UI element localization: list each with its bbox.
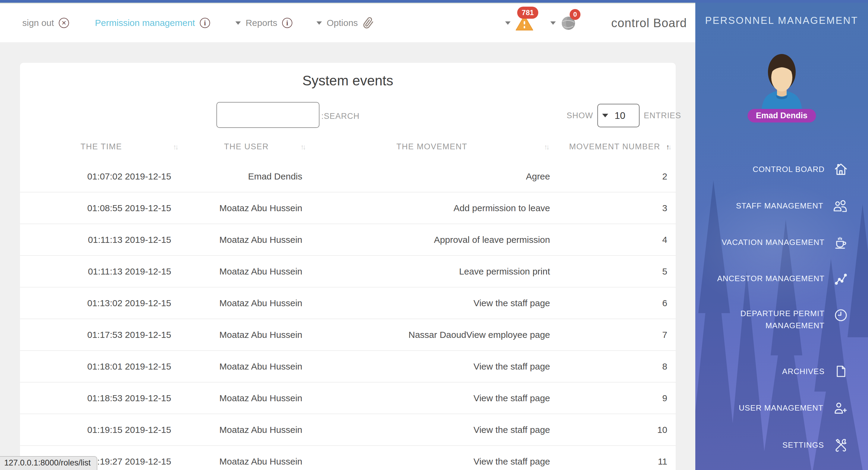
- table-row: 01:11:13 2019-12-15Moataz Abu HusseinApp…: [20, 224, 676, 256]
- page-size-control: SHOW 10 ENTRIES: [567, 104, 681, 127]
- chevron-down-icon: [316, 22, 322, 25]
- coffee-icon: [834, 235, 848, 249]
- table-cell: Moataz Abu Hussein: [183, 351, 310, 382]
- sidebar-item-label: ARCHIVES: [782, 367, 825, 376]
- document-icon: [834, 364, 848, 379]
- warning-count-badge: 781: [517, 7, 538, 19]
- column-label: THE TIME: [81, 142, 122, 151]
- column-header-the-user[interactable]: THE USER ↑↓: [183, 133, 310, 161]
- table-row: 01:07:02 2019-12-15Emad DendisAgree2: [20, 161, 676, 193]
- options-label: Options: [327, 18, 358, 28]
- nav-item-sign-out[interactable]: sign out ✕: [22, 18, 69, 28]
- sign-out-label: sign out: [22, 18, 54, 28]
- column-header-movement-number[interactable]: MOVEMENT NUMBER ↑↓: [554, 133, 676, 161]
- sidebar-item-label: VACATION MANAGEMENT: [721, 238, 825, 247]
- sidebar-item-vacation-management[interactable]: VACATION MANAGEMENT: [721, 235, 848, 249]
- table-row: 01:11:13 2019-12-15Moataz Abu HusseinLea…: [20, 256, 676, 288]
- table-header: THE TIME ↑↓ THE USER ↑↓ THE MOVEMENT ↑↓ …: [20, 133, 676, 162]
- show-label: SHOW: [567, 111, 593, 120]
- table-cell: 01:19:15 2019-12-15: [20, 414, 183, 445]
- table-cell: 01:17:53 2019-12-15: [20, 319, 183, 350]
- table-cell: Emad Dendis: [183, 161, 310, 192]
- sidebar-item-control-board[interactable]: CONTROL BOARD: [752, 162, 848, 176]
- column-label: THE MOVEMENT: [396, 142, 467, 151]
- sidebar-item-label: STAFF MANAGEMENT: [736, 201, 824, 211]
- table-cell: View the staff page: [310, 414, 554, 445]
- sidebar-item-label: DEPARTURE PERMIT MANAGEMENT: [725, 307, 825, 332]
- table-cell: Moataz Abu Hussein: [183, 414, 310, 445]
- table-row: 01:08:55 2019-12-15Moataz Abu HusseinAdd…: [20, 193, 676, 224]
- sidebar-title: PERSONNEL MANAGEMENT: [695, 15, 868, 26]
- table-cell: 01:11:13 2019-12-15: [20, 256, 183, 287]
- nav-item-options[interactable]: Options: [316, 17, 374, 29]
- page-size-select[interactable]: 10: [597, 104, 640, 127]
- table-cell: 01:13:02 2019-12-15: [20, 288, 183, 319]
- table-row: 01:18:01 2019-12-15Moataz Abu HusseinVie…: [20, 351, 676, 383]
- sidebar-item-label: USER MANAGEMENT: [739, 403, 824, 413]
- info-circle-icon: i: [282, 18, 292, 28]
- table-cell: View the staff page: [310, 288, 554, 319]
- column-label: MOVEMENT NUMBER: [569, 142, 660, 151]
- chevron-down-icon: [602, 114, 608, 117]
- sidebar-item-user-management[interactable]: USER MANAGEMENT: [739, 401, 848, 415]
- page-size-value: 10: [608, 110, 635, 121]
- column-label: THE USER: [224, 142, 269, 151]
- table-body: 01:07:02 2019-12-15Emad DendisAgree201:0…: [20, 161, 676, 470]
- warning-icon: 781: [516, 14, 533, 31]
- search-input[interactable]: [216, 102, 319, 128]
- table-row: 01:19:15 2019-12-15Moataz Abu HusseinVie…: [20, 414, 676, 446]
- home-icon: [834, 162, 848, 176]
- nav-item-reports[interactable]: Reports i: [236, 18, 292, 28]
- sidebar-item-settings[interactable]: SETTINGS: [782, 437, 848, 452]
- staff-icon: [832, 199, 848, 213]
- chevron-down-icon: [236, 22, 241, 25]
- tools-icon: [833, 437, 848, 452]
- nav-warning-menu[interactable]: 781: [505, 14, 533, 31]
- table-cell: Add permission to leave: [310, 193, 554, 224]
- sort-icon: ↑↓: [173, 143, 177, 151]
- table-cell: Moataz Abu Hussein: [183, 256, 310, 287]
- table-cell: 01:11:13 2019-12-15: [20, 224, 183, 255]
- table-cell: View the staff page: [310, 351, 554, 382]
- table-cell: Nassar DaoudView employee page: [310, 319, 554, 350]
- sidebar: PERSONNEL MANAGEMENT Emad Dendis CONTROL…: [695, 3, 868, 470]
- sidebar-item-archives[interactable]: ARCHIVES: [782, 364, 848, 379]
- sidebar-item-departure-permit-management[interactable]: DEPARTURE PERMIT MANAGEMENT: [725, 307, 848, 332]
- page-title: control Board: [611, 16, 687, 30]
- sort-icon: ↑↓: [544, 143, 548, 151]
- column-header-the-time[interactable]: THE TIME ↑↓: [20, 133, 183, 161]
- nav-item-permission-management[interactable]: Permission management i: [95, 18, 210, 28]
- sidebar-item-staff-management[interactable]: STAFF MANAGEMENT: [736, 199, 848, 213]
- column-header-the-movement[interactable]: THE MOVEMENT ↑↓: [310, 133, 554, 161]
- table-cell: 11: [554, 446, 676, 470]
- table-cell: 01:08:55 2019-12-15: [20, 193, 183, 224]
- sidebar-item-label: ANCESTOR MANAGEMENT: [717, 274, 825, 283]
- system-events-card: System events :SEARCH SHOW 10 ENTRIES TH…: [20, 63, 676, 470]
- x-circle-icon: ✕: [59, 18, 69, 28]
- nav-globe-menu[interactable]: 0: [550, 15, 576, 31]
- table-cell: Moataz Abu Hussein: [183, 224, 310, 255]
- reports-label: Reports: [246, 18, 277, 28]
- table-cell: Moataz Abu Hussein: [183, 193, 310, 224]
- sidebar-item-label: CONTROL BOARD: [752, 165, 825, 174]
- card-title: System events: [20, 72, 676, 89]
- table-cell: View the staff page: [310, 383, 554, 414]
- sidebar-item-ancestor-management[interactable]: ANCESTOR MANAGEMENT: [717, 271, 848, 286]
- table-cell: Agree: [310, 161, 554, 192]
- table-cell: 3: [554, 193, 676, 224]
- table-cell: 10: [554, 414, 676, 445]
- table-cell: 01:18:53 2019-12-15: [20, 383, 183, 414]
- table-cell: 8: [554, 351, 676, 382]
- table-cell: 9: [554, 383, 676, 414]
- globe-icon: 0: [561, 15, 576, 31]
- sidebar-item-label: SETTINGS: [782, 440, 824, 450]
- user-name-pill[interactable]: Emad Dendis: [747, 109, 816, 122]
- table-cell: 5: [554, 256, 676, 287]
- paperclip-icon: [362, 17, 375, 30]
- sort-icon: ↑↓: [301, 143, 305, 151]
- table-cell: Approval of leave permission: [310, 224, 554, 255]
- globe-count-badge: 0: [569, 9, 581, 20]
- top-navbar: sign out ✕ Permission management i Repor…: [0, 4, 695, 42]
- table-cell: 7: [554, 319, 676, 350]
- table-row: 01:13:02 2019-12-15Moataz Abu HusseinVie…: [20, 288, 676, 319]
